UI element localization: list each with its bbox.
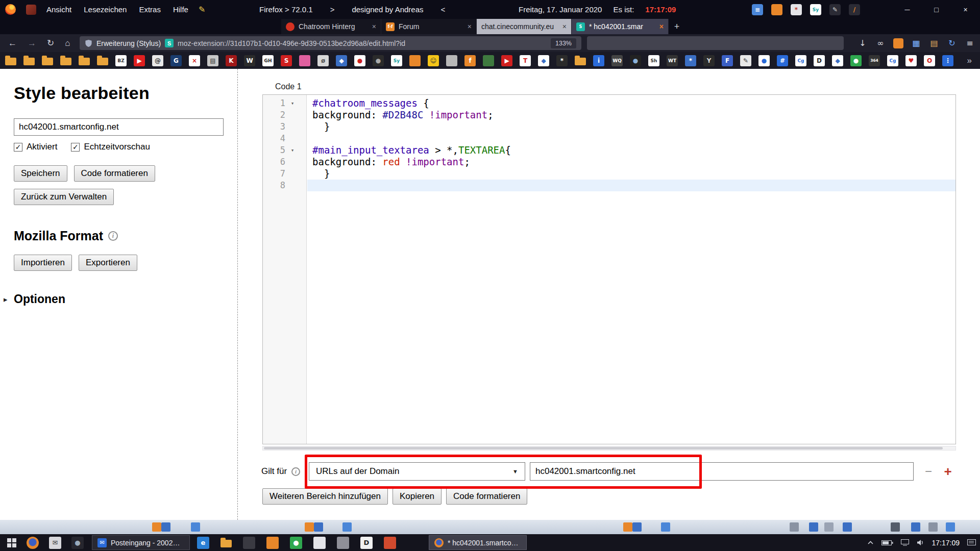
diamond-favicon[interactable]: ◆ bbox=[538, 55, 549, 66]
bz-favicon[interactable]: BZ bbox=[115, 55, 127, 66]
green2-favicon[interactable]: ● bbox=[850, 55, 862, 66]
app-light-taskbar-icon[interactable] bbox=[313, 537, 326, 549]
info-icon[interactable]: i bbox=[291, 467, 300, 476]
green-favicon[interactable] bbox=[483, 55, 494, 66]
desktop-shortcut-icon[interactable] bbox=[790, 522, 799, 532]
copy-button[interactable]: Kopieren bbox=[393, 488, 442, 505]
info-favicon[interactable]: i bbox=[593, 55, 604, 66]
add-area-button[interactable]: Weiteren Bereich hinzufügen bbox=[262, 488, 388, 505]
desktop-shortcut-icon[interactable] bbox=[314, 522, 323, 532]
menu-ansicht[interactable]: Ansicht bbox=[46, 5, 71, 14]
applies-to-type-select[interactable]: URLs auf der Domain ▼ bbox=[309, 462, 525, 481]
wt-favicon[interactable]: WT bbox=[667, 55, 678, 66]
gray-favicon[interactable] bbox=[446, 55, 457, 66]
news-favicon[interactable]: ▤ bbox=[207, 55, 218, 66]
volume-icon[interactable] bbox=[917, 539, 924, 546]
edit-app-icon[interactable]: ✎ bbox=[829, 4, 841, 15]
menu-hilfe[interactable]: Hilfe bbox=[173, 5, 188, 14]
new-tab-button[interactable]: + bbox=[669, 19, 685, 34]
desktop-shortcut-icon[interactable] bbox=[623, 522, 632, 532]
forward-icon[interactable]: → bbox=[28, 38, 36, 48]
desktop-shortcut-icon[interactable] bbox=[191, 522, 200, 532]
app-red-taskbar-icon[interactable] bbox=[384, 537, 396, 549]
battery-icon[interactable] bbox=[881, 540, 893, 546]
url-bar[interactable]: Erweiterung (Stylus) S moz-extension://3… bbox=[80, 36, 581, 50]
t-favicon[interactable]: T bbox=[520, 55, 531, 66]
addon-orange-icon[interactable] bbox=[893, 38, 903, 48]
taskbar-window-mail[interactable]: ✉ Posteingang - 2002An... bbox=[92, 535, 190, 550]
tracking-protection-icon[interactable] bbox=[85, 39, 92, 47]
format-code-button-bottom[interactable]: Code formatieren bbox=[446, 488, 527, 505]
desktop-shortcut-icon[interactable] bbox=[891, 522, 900, 532]
bookmarks-overflow-icon[interactable]: » bbox=[967, 56, 972, 66]
close-button[interactable]: × bbox=[951, 0, 980, 19]
globe-favicon[interactable]: ● bbox=[373, 55, 384, 66]
ff-forum-favicon[interactable]: f bbox=[464, 55, 476, 66]
desktop-shortcut-icon[interactable] bbox=[152, 522, 161, 532]
o-blue-favicon[interactable]: ● bbox=[758, 55, 770, 66]
brush-app-icon[interactable]: / bbox=[849, 4, 860, 15]
checkbox-echtzeitvorschau[interactable]: ✓ Echtzeitvorschau bbox=[71, 142, 150, 152]
folder-icon[interactable] bbox=[42, 58, 53, 65]
app-dark-taskbar-icon[interactable] bbox=[243, 537, 255, 549]
menu-lesezeichen[interactable]: Lesezeichen bbox=[84, 5, 127, 14]
fold-arrow-icon[interactable]: ▾ bbox=[285, 97, 300, 109]
s-favicon[interactable]: S bbox=[281, 55, 292, 66]
menu-icon[interactable]: ≡ bbox=[965, 38, 975, 48]
calendar-icon[interactable]: ▤ bbox=[929, 38, 939, 48]
notifications-icon[interactable] bbox=[967, 539, 976, 546]
menu-extras[interactable]: Extras bbox=[139, 5, 161, 14]
desktop-shortcut-icon[interactable] bbox=[305, 522, 314, 532]
cg-favicon[interactable]: Cg bbox=[795, 55, 806, 66]
folder-icon[interactable] bbox=[60, 58, 71, 65]
shield2-favicon[interactable]: ◆ bbox=[832, 55, 843, 66]
desktop-shortcut-icon[interactable] bbox=[843, 522, 852, 532]
save-button[interactable]: Speichern bbox=[14, 165, 67, 182]
wiki-favicon[interactable]: W bbox=[244, 55, 255, 66]
remove-applies-button[interactable]: − bbox=[920, 462, 937, 481]
code-line[interactable]: 1▾#chatroom_messages { bbox=[263, 97, 955, 109]
notes-icon[interactable]: ✎ bbox=[199, 5, 205, 14]
opera-favicon[interactable]: O bbox=[924, 55, 935, 66]
desktop-shortcut-icon[interactable] bbox=[661, 522, 670, 532]
tab-3[interactable]: chat.cinecommunity.eu× bbox=[477, 19, 572, 34]
zoom-level-badge[interactable]: 133% bbox=[551, 38, 576, 48]
orange-app-icon[interactable] bbox=[771, 4, 782, 15]
app-gray-taskbar-icon[interactable] bbox=[337, 537, 349, 549]
tab-4[interactable]: S* hc042001.smar× bbox=[572, 19, 669, 34]
applies-to-value-input[interactable] bbox=[530, 462, 914, 481]
url-text[interactable]: moz-extension://31d107b1-0d10-496e-9d39-… bbox=[178, 39, 547, 47]
tab-2[interactable]: f-fForum× bbox=[381, 19, 477, 34]
options-toggle[interactable]: ▸ Optionen bbox=[14, 292, 237, 306]
mail-taskbar-icon[interactable]: ✉ bbox=[49, 537, 61, 549]
app-green-taskbar-icon[interactable]: ● bbox=[290, 537, 302, 549]
yt-red-favicon[interactable]: ▶ bbox=[501, 55, 512, 66]
f-blue-favicon[interactable]: F bbox=[722, 55, 733, 66]
world-favicon[interactable]: ● bbox=[630, 55, 641, 66]
mail-app-icon[interactable]: ≡ bbox=[752, 4, 763, 15]
desktop-shortcut-icon[interactable] bbox=[632, 522, 642, 532]
network-icon[interactable] bbox=[901, 539, 909, 546]
back-icon[interactable]: ← bbox=[8, 38, 17, 48]
code-line[interactable]: 3 } bbox=[263, 121, 955, 133]
tab-close-icon[interactable]: × bbox=[468, 22, 472, 31]
photos-app-icon[interactable]: * bbox=[791, 4, 802, 15]
back-to-manage-button[interactable]: Zurück zum Verwalten bbox=[14, 189, 114, 205]
asterisk-favicon[interactable]: * bbox=[685, 55, 696, 66]
folder-icon[interactable] bbox=[575, 58, 586, 65]
app-d-taskbar-icon[interactable]: D bbox=[360, 537, 373, 549]
download-icon[interactable]: ↓ bbox=[857, 38, 868, 48]
explorer-taskbar-icon[interactable] bbox=[220, 540, 232, 547]
ski-favicon[interactable]: * bbox=[556, 55, 568, 66]
style-name-input[interactable] bbox=[14, 118, 224, 136]
chevron-up-icon[interactable] bbox=[867, 540, 874, 545]
code-line[interactable]: 6background: red !important; bbox=[263, 156, 955, 168]
dining-favicon[interactable]: Y bbox=[703, 55, 715, 66]
tab-close-icon[interactable]: × bbox=[562, 22, 567, 31]
folder-icon[interactable] bbox=[79, 58, 90, 65]
desktop-shortcut-icon[interactable] bbox=[946, 522, 955, 532]
d-favicon[interactable]: D bbox=[814, 55, 825, 66]
firefox-taskbar-icon[interactable] bbox=[27, 537, 39, 549]
desktop-shortcut-icon[interactable] bbox=[911, 522, 920, 532]
desktop-shortcut-icon[interactable] bbox=[824, 522, 834, 532]
